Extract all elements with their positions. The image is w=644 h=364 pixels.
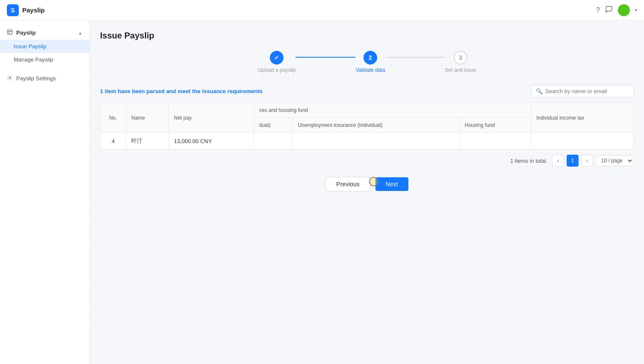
step-circle-validate: 2	[363, 51, 377, 65]
col-name: Name	[126, 103, 169, 133]
sidebar-item-manage-payslip[interactable]: Manage Payslip	[0, 53, 89, 66]
search-input[interactable]	[545, 88, 629, 94]
col-unemployment: Unemployment insurance (Individual)	[292, 118, 459, 133]
cell-housing	[459, 133, 531, 150]
page-size-select[interactable]: 10 / page 20 / page 50 / page	[596, 155, 634, 166]
col-group-insurances: ces and housing fund	[254, 103, 531, 118]
step-upload: ✓ Upload a payslip	[258, 51, 296, 73]
col-income-tax: Individual income tax	[531, 103, 634, 133]
pagination-total: 1 items in total	[510, 158, 546, 164]
page-next-btn[interactable]: ›	[581, 155, 593, 167]
step-label-validate: Validate data	[355, 67, 385, 73]
chat-icon[interactable]	[605, 6, 613, 15]
cell-medical	[254, 133, 292, 150]
page-1-btn[interactable]: 1	[567, 155, 579, 167]
main-content: Issue Payslip ✓ Upload a payslip 2 Valid…	[90, 21, 644, 364]
cell-name: 叶汀	[126, 133, 169, 150]
cell-unemployment	[292, 133, 459, 150]
step-circle-issue: 3	[454, 51, 467, 65]
help-icon[interactable]: ?	[596, 6, 600, 14]
app-title: Payslip	[22, 6, 45, 14]
topbar-left: S Payslip	[0, 4, 45, 16]
sidebar-group-chevron: ▲	[78, 30, 83, 35]
page-title: Issue Payslip	[100, 31, 634, 41]
cell-net-pay: 13,000.00 CNY	[168, 133, 254, 150]
page-prev-btn[interactable]: ‹	[552, 155, 564, 167]
svg-point-3	[9, 77, 11, 79]
settings-label: Payslip Settings	[16, 75, 56, 82]
svg-rect-0	[8, 30, 12, 35]
step-label-issue: Set and issue	[445, 67, 476, 73]
col-no: No.	[100, 103, 126, 133]
sidebar-payslip-icon	[7, 29, 13, 36]
sidebar: Payslip ▲ Issue Payslip Manage Payslip P…	[0, 21, 90, 364]
step-circle-upload: ✓	[270, 51, 284, 65]
step-label-upload: Upload a payslip	[258, 67, 296, 73]
sidebar-item-settings[interactable]: Payslip Settings	[0, 71, 89, 85]
cell-no: 4	[100, 133, 126, 150]
table-row: 4 叶汀 13,000.00 CNY	[100, 133, 634, 150]
sidebar-item-issue-payslip[interactable]: Issue Payslip	[0, 40, 89, 53]
settings-icon	[7, 75, 13, 82]
user-menu-arrow[interactable]: ▾	[635, 8, 637, 12]
col-medical: dual)	[254, 118, 292, 133]
step-issue: 3 Set and issue	[445, 51, 476, 73]
parsed-info: 1 item have been parsed and meet the iss…	[100, 88, 263, 94]
stepper: ✓ Upload a payslip 2 Validate data 3 Set…	[100, 51, 634, 73]
step-validate: 2 Validate data	[355, 51, 385, 73]
step-connector-1	[295, 57, 355, 58]
previous-button[interactable]: Previous	[325, 177, 370, 191]
cell-income-tax	[531, 133, 634, 150]
search-icon: 🔍	[536, 88, 543, 94]
col-housing: Housing fund	[459, 118, 531, 133]
data-table: No. Name Net pay ces and housing fund In…	[100, 103, 634, 150]
sidebar-section-payslip: Payslip ▲ Issue Payslip Manage Payslip	[0, 21, 89, 71]
search-box[interactable]: 🔍	[531, 85, 634, 97]
col-net-pay: Net pay	[168, 103, 254, 133]
user-avatar[interactable]	[618, 4, 630, 16]
app-logo-icon: S	[7, 4, 19, 16]
sidebar-group-label: Payslip	[16, 29, 36, 36]
action-row: Previous Next	[100, 177, 634, 191]
pagination-row: 1 items in total ‹ 1 › 10 / page 20 / pa…	[100, 155, 634, 167]
sidebar-group-payslip[interactable]: Payslip ▲	[0, 26, 89, 40]
next-button[interactable]: Next	[375, 177, 408, 191]
topbar: S Payslip ? ▾	[0, 0, 644, 21]
topbar-right: ? ▾	[596, 4, 637, 16]
table-header-row: 1 item have been parsed and meet the iss…	[100, 85, 634, 97]
main-layout: Payslip ▲ Issue Payslip Manage Payslip P…	[0, 21, 644, 364]
step-connector-2	[385, 57, 445, 58]
